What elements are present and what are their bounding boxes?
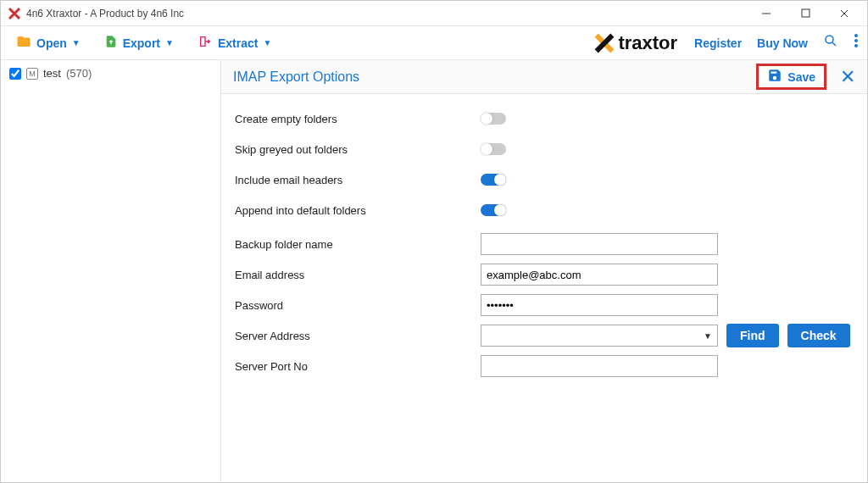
label-server-address: Server Address (235, 330, 481, 342)
window-controls (747, 1, 864, 26)
buy-now-link[interactable]: Buy Now (757, 36, 808, 50)
minimize-button[interactable] (747, 1, 786, 26)
toggle-skip-greyed[interactable] (481, 143, 506, 155)
open-label: Open (36, 36, 67, 50)
app-icon (8, 7, 21, 20)
input-backup-folder[interactable] (481, 233, 718, 255)
extract-icon (198, 35, 213, 51)
toggle-append-default[interactable] (481, 204, 506, 216)
window-title: 4n6 Xtraxtor - A Product by 4n6 Inc (26, 8, 747, 19)
toggle-create-empty[interactable] (481, 113, 506, 125)
label-email: Email address (235, 269, 481, 281)
tree-item-count: (570) (66, 67, 92, 80)
combo-server-address[interactable]: ▼ (481, 325, 718, 347)
row-backup-folder: Backup folder name (235, 231, 854, 257)
chevron-down-icon: ▼ (165, 38, 174, 47)
label-include-headers: Include email headers (235, 174, 481, 186)
main-panel: IMAP Export Options Save ✕ Create empty … (221, 60, 867, 482)
close-panel-icon[interactable]: ✕ (840, 66, 855, 88)
row-email: Email address (235, 262, 854, 287)
row-server-address: Server Address ▼ Find Check (235, 323, 854, 348)
svg-line-3 (832, 42, 836, 46)
toolbar: Open ▼ Export ▼ Extract ▼ traxtor Regist… (1, 26, 867, 60)
label-skip-greyed: Skip greyed out folders (235, 143, 481, 156)
label-server-port: Server Port No (235, 360, 481, 373)
export-icon (104, 34, 118, 52)
input-password[interactable] (481, 294, 718, 316)
open-button[interactable]: Open ▼ (9, 31, 87, 55)
panel-title: IMAP Export Options (233, 69, 756, 85)
label-append-default: Append into default folders (235, 204, 481, 217)
svg-point-4 (854, 34, 858, 37)
sidebar: M test (570) (1, 60, 221, 482)
export-button[interactable]: Export ▼ (97, 31, 181, 55)
register-link[interactable]: Register (694, 36, 742, 50)
mail-folder-icon: M (26, 68, 38, 80)
brand-logo: traxtor (593, 31, 677, 55)
input-server-port[interactable] (481, 355, 718, 377)
export-label: Export (123, 36, 160, 50)
row-password: Password (235, 292, 854, 318)
extract-button[interactable]: Extract ▼ (191, 31, 278, 54)
row-server-port: Server Port No (235, 353, 854, 379)
toolbar-right: Register Buy Now (694, 33, 859, 53)
chevron-down-icon: ▼ (263, 38, 271, 47)
row-skip-greyed: Skip greyed out folders (235, 136, 854, 162)
save-icon (767, 68, 782, 86)
svg-rect-1 (802, 9, 810, 17)
form: Create empty folders Skip greyed out fol… (221, 94, 867, 396)
more-icon[interactable] (854, 33, 859, 53)
svg-point-6 (854, 44, 858, 47)
save-button[interactable]: Save (756, 64, 826, 90)
label-password: Password (235, 299, 481, 312)
check-button[interactable]: Check (787, 324, 850, 347)
row-append-default: Append into default folders (235, 197, 854, 223)
folder-open-icon (16, 34, 31, 52)
toggle-include-headers[interactable] (481, 174, 506, 186)
row-create-empty: Create empty folders (235, 106, 854, 131)
chevron-down-icon: ▼ (704, 331, 712, 341)
tree-checkbox[interactable] (9, 68, 21, 80)
svg-point-2 (826, 36, 833, 43)
label-backup-folder: Backup folder name (235, 238, 481, 251)
input-email[interactable] (481, 264, 718, 286)
tree-item[interactable]: M test (570) (9, 67, 212, 80)
close-button[interactable] (825, 1, 864, 26)
panel-header: IMAP Export Options Save ✕ (221, 60, 867, 94)
search-icon[interactable] (823, 33, 838, 53)
find-button[interactable]: Find (726, 324, 779, 347)
row-include-headers: Include email headers (235, 167, 854, 192)
svg-point-5 (854, 39, 858, 42)
titlebar: 4n6 Xtraxtor - A Product by 4n6 Inc (1, 1, 867, 26)
maximize-button[interactable] (786, 1, 825, 26)
save-label: Save (787, 70, 815, 84)
chevron-down-icon: ▼ (72, 38, 81, 47)
extract-label: Extract (218, 36, 258, 50)
tree-item-name: test (43, 67, 61, 80)
brand-text: traxtor (618, 32, 677, 54)
brand-x-icon (593, 31, 616, 55)
label-create-empty: Create empty folders (235, 113, 481, 125)
